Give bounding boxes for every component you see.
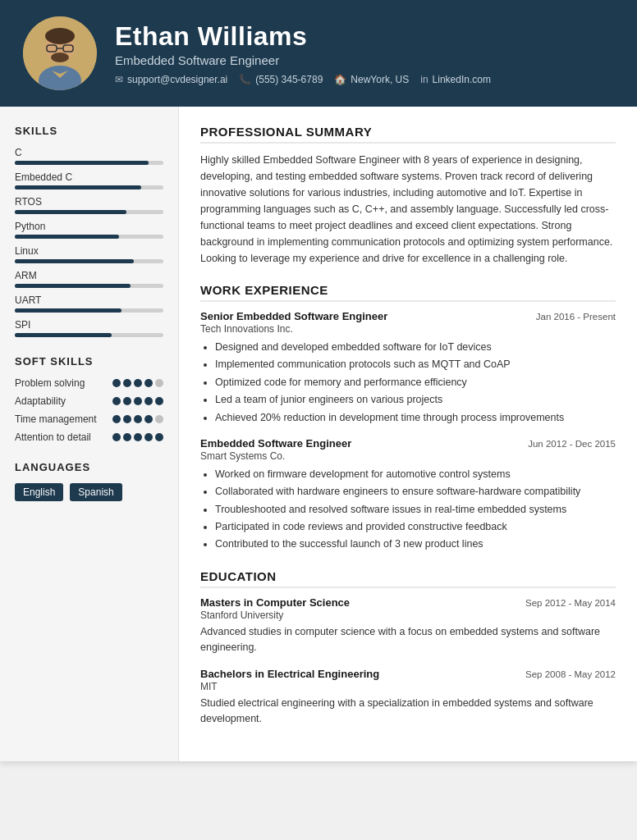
skill-bar (15, 259, 163, 263)
skill-bar (15, 333, 163, 337)
edu-school: Stanford University (200, 609, 616, 621)
education-section: EDUCATION Masters in Computer Science Se… (200, 569, 616, 728)
edu-date: Sep 2012 - May 2014 (525, 598, 616, 608)
header-contacts: ✉ support@cvdesigner.ai 📞 (555) 345-6789… (115, 74, 614, 85)
work-experience-section: WORK EXPERIENCE Senior Embedded Software… (200, 283, 616, 553)
languages-section: LANGUAGES EnglishSpanish (15, 461, 163, 501)
language-tag: Spanish (70, 483, 121, 501)
dot (134, 397, 142, 405)
job-bullet: Troubleshooted and resolved software iss… (215, 502, 616, 518)
edu-description: Advanced studies in computer science wit… (200, 624, 616, 656)
dot (155, 433, 163, 441)
dot (123, 397, 131, 405)
job-entry: Senior Embedded Software Engineer Jan 20… (200, 310, 616, 426)
dot (112, 415, 121, 423)
skill-name: RTOS (15, 196, 163, 208)
email-icon: ✉ (115, 74, 123, 85)
dot (144, 397, 153, 405)
skill-item: C (15, 147, 163, 165)
header-section: Ethan Williams Embedded Software Enginee… (0, 0, 637, 107)
job-bullet: Designed and developed embedded software… (215, 340, 616, 355)
dot (123, 379, 131, 387)
jobs-list: Senior Embedded Software Engineer Jan 20… (200, 310, 616, 553)
skills-title: SKILLS (15, 125, 163, 137)
linkedin-icon: in (420, 74, 428, 85)
svg-point-4 (51, 52, 69, 62)
skills-section: SKILLS C Embedded C RTOS Python Linux (15, 125, 163, 337)
header-title: Embedded Software Engineer (115, 53, 614, 67)
dots (112, 397, 163, 405)
skills-list: C Embedded C RTOS Python Linux (15, 147, 163, 337)
dot (134, 433, 142, 441)
language-tags: EnglishSpanish (15, 483, 163, 501)
dot (155, 397, 163, 405)
skill-fill (15, 185, 141, 189)
work-experience-title: WORK EXPERIENCE (200, 283, 616, 302)
skill-name: Embedded C (15, 171, 163, 183)
dots (112, 415, 163, 423)
soft-skills-title: SOFT SKILLS (15, 355, 163, 368)
soft-skill-name: Attention to detail (15, 431, 112, 443)
summary-text: Highly skilled Embedded Software Enginee… (200, 152, 616, 267)
soft-skill-name: Time management (15, 413, 112, 425)
dot (144, 415, 153, 423)
edu-school: MIT (200, 681, 616, 692)
job-date: Jun 2012 - Dec 2015 (528, 439, 616, 449)
job-entry: Embedded Software Engineer Jun 2012 - De… (200, 437, 616, 553)
dot (134, 415, 142, 423)
skill-name: C (15, 147, 163, 158)
skill-name: UART (15, 294, 163, 306)
dots (112, 379, 163, 387)
education-list: Masters in Computer Science Sep 2012 - M… (200, 596, 616, 728)
sidebar: SKILLS C Embedded C RTOS Python Linux (0, 107, 179, 761)
contact-location: 🏠 NewYork, US (334, 74, 409, 85)
education-entry: Masters in Computer Science Sep 2012 - M… (200, 596, 616, 656)
summary-section: PROFESSIONAL SUMMARY Highly skilled Embe… (200, 125, 616, 267)
skill-bar (15, 284, 163, 288)
job-bullets: Worked on firmware development for autom… (200, 467, 616, 553)
job-bullet: Worked on firmware development for autom… (215, 467, 616, 482)
job-bullet: Contributed to the successful launch of … (215, 536, 616, 552)
job-bullet: Achieved 20% reduction in development ti… (215, 410, 616, 426)
skill-fill (15, 210, 126, 214)
dot (134, 379, 142, 387)
skill-bar (15, 235, 163, 239)
dot (123, 415, 131, 423)
skill-name: ARM (15, 270, 163, 281)
skill-item: SPI (15, 319, 163, 337)
job-title: Senior Embedded Software Engineer (200, 310, 387, 322)
skill-item: UART (15, 294, 163, 313)
soft-skill-item: Attention to detail (15, 431, 163, 443)
education-title: EDUCATION (200, 569, 616, 588)
soft-skill-item: Time management (15, 413, 163, 425)
skill-fill (15, 235, 119, 239)
skill-bar (15, 210, 163, 214)
dot (112, 397, 121, 405)
edu-description: Studied electrical engineering with a sp… (200, 696, 616, 728)
resume-container: Ethan Williams Embedded Software Enginee… (0, 0, 637, 761)
job-bullet: Collaborated with hardware engineers to … (215, 484, 616, 500)
language-tag: English (15, 483, 63, 501)
job-date: Jan 2016 - Present (536, 312, 616, 322)
main-content: PROFESSIONAL SUMMARY Highly skilled Embe… (179, 107, 637, 761)
job-bullet: Participated in code reviews and provide… (215, 519, 616, 535)
skill-fill (15, 259, 134, 263)
skill-bar (15, 185, 163, 189)
skill-fill (15, 161, 149, 165)
skill-item: RTOS (15, 196, 163, 214)
job-title: Embedded Software Engineer (200, 437, 351, 450)
skill-item: Python (15, 221, 163, 239)
edu-header: Masters in Computer Science Sep 2012 - M… (200, 596, 616, 609)
skill-item: Linux (15, 245, 163, 263)
job-company: Tech Innovations Inc. (200, 323, 616, 335)
location-icon: 🏠 (334, 74, 346, 85)
dot (155, 379, 163, 387)
soft-skills-list: Problem solving Adaptability Time manage… (15, 377, 163, 443)
dot (144, 433, 153, 441)
job-bullet: Optimized code for memory and performanc… (215, 375, 616, 390)
contact-linkedin: in LinkedIn.com (420, 74, 491, 85)
job-header: Senior Embedded Software Engineer Jan 20… (200, 310, 616, 322)
dot (155, 415, 163, 423)
header-info: Ethan Williams Embedded Software Enginee… (115, 21, 614, 85)
summary-title: PROFESSIONAL SUMMARY (200, 125, 616, 144)
